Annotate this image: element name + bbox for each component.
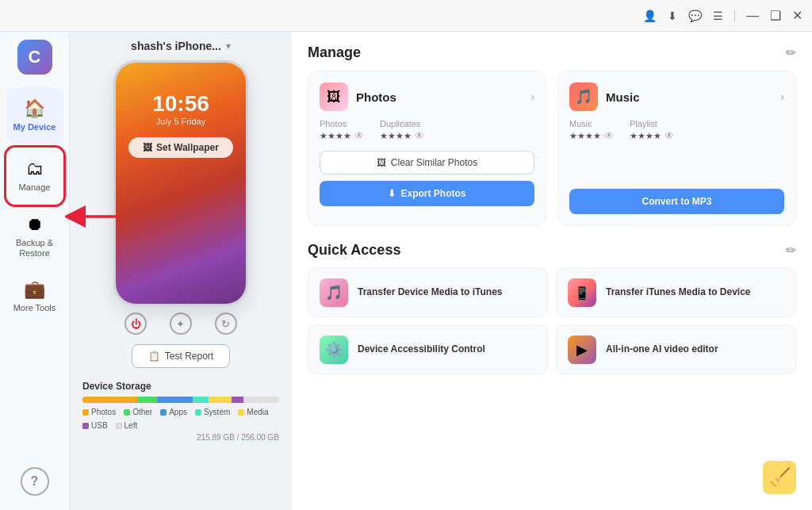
qa-item-accessibility[interactable]: ⚙️ Device Accessibility Control: [308, 325, 548, 374]
legend-label-other: Other: [132, 408, 152, 416]
phone-screen: 10:56 July 5 Friday 🖼 Set Wallpaper: [116, 63, 246, 304]
download-icon[interactable]: ⬇: [668, 10, 677, 22]
music-card-title: Music: [606, 90, 640, 104]
legend-dot-photos: [82, 409, 89, 416]
maximize-button[interactable]: ❑: [770, 10, 781, 22]
music-chevron-icon[interactable]: ›: [780, 90, 784, 103]
legend-dot-apps: [160, 409, 167, 416]
storage-system-segment: [193, 397, 209, 403]
close-button[interactable]: ✕: [792, 10, 802, 22]
legend-dot-left: [116, 423, 122, 429]
qa-icon-video-editor: ▶: [568, 336, 596, 364]
legend-label-left: Left: [124, 421, 138, 430]
set-wallpaper-label: Set Wallpaper: [156, 142, 219, 153]
music-stat-music: Music ★★★★ 👁: [569, 119, 614, 141]
qa-item-transfer-device[interactable]: 📱 Transfer iTunes Media to Device: [556, 268, 796, 317]
quick-access-edit-icon[interactable]: ✏: [786, 243, 796, 258]
sidebar-item-label-manage: Manage: [19, 182, 51, 193]
storage-bar: [82, 397, 279, 403]
photos-stat-photos: Photos ★★★★ 👁: [320, 119, 364, 141]
app-logo[interactable]: C: [17, 40, 52, 75]
more-tools-icon: 💼: [24, 279, 45, 300]
qa-item-video-editor[interactable]: ▶ All-in-one AI video editor: [556, 325, 796, 374]
storage-apps-segment: [157, 397, 193, 403]
test-report-button[interactable]: 📋 Test Report: [132, 344, 230, 368]
right-panel: Manage ✏ 🖼 Photos › Photos ★★★★: [292, 32, 812, 510]
menu-icon[interactable]: ☰: [713, 10, 723, 22]
export-label: Export Photos: [400, 188, 465, 199]
minimize-button[interactable]: —: [746, 10, 759, 22]
quick-access-grid: 🎵 Transfer Device Media to iTunes 📱 Tran…: [308, 268, 796, 374]
music-stat-label-music: Music: [569, 119, 614, 128]
photos-card-header: 🖼 Photos ›: [320, 82, 534, 111]
music-card-icon: 🎵: [569, 82, 598, 111]
export-photos-button[interactable]: ⬇ Export Photos: [320, 181, 534, 206]
music-stars: ★★★★: [569, 131, 601, 141]
eye-icon-photos[interactable]: 👁: [354, 130, 364, 141]
convert-mp3-button[interactable]: Convert to MP3: [569, 189, 784, 214]
qa-label-accessibility: Device Accessibility Control: [358, 343, 485, 356]
legend-label-system: System: [204, 408, 230, 416]
photos-stat-label-photos: Photos: [320, 119, 364, 128]
clear-similar-label: Clear Similar Photos: [391, 157, 477, 168]
music-stat-stars-music: ★★★★ 👁: [569, 130, 614, 141]
manage-title: Manage: [308, 44, 361, 61]
legend-other: Other: [124, 408, 152, 416]
photos-stats: Photos ★★★★ 👁 Duplicates ★★★★ 👁: [320, 119, 534, 141]
storage-size: 215.89 GB / 256.00 GB: [82, 433, 279, 442]
refresh-button[interactable]: ↻: [215, 313, 237, 335]
sidebar-item-label-my-device: My Device: [13, 122, 56, 132]
photos-chevron-icon[interactable]: ›: [530, 90, 534, 103]
photos-card-icon-title: 🖼 Photos: [320, 82, 396, 111]
manage-cards: 🖼 Photos › Photos ★★★★ 👁 Duplicates: [308, 71, 796, 226]
brightness-button[interactable]: ✦: [170, 313, 192, 335]
phone-date: July 5 Friday: [156, 117, 205, 126]
qa-label-transfer-itunes: Transfer Device Media to iTunes: [358, 286, 503, 299]
phone-time: 10:56: [152, 91, 209, 117]
storage-left-segment: [243, 397, 279, 403]
message-icon[interactable]: 💬: [688, 10, 702, 22]
legend-usb: USB: [82, 421, 108, 430]
quick-access-header: Quick Access ✏: [308, 242, 796, 259]
sidebar-item-label-backup: Backup &Restore: [16, 238, 53, 259]
music-stats: Music ★★★★ 👁 Playlist ★★★★ 👁: [569, 119, 784, 141]
music-stat-label-playlist: Playlist: [630, 119, 674, 128]
device-chevron-icon[interactable]: ▾: [226, 40, 231, 52]
help-button[interactable]: ?: [21, 467, 49, 496]
backup-icon: ⏺: [26, 214, 44, 235]
user-icon[interactable]: 👤: [643, 10, 657, 22]
sidebar-item-my-device[interactable]: 🏠 My Device: [6, 87, 63, 144]
eye-icon-duplicates[interactable]: 👁: [415, 130, 424, 141]
eye-icon-music[interactable]: 👁: [604, 130, 614, 141]
manage-section-header: Manage ✏: [308, 44, 796, 61]
phone-mockup: 10:56 July 5 Friday 🖼 Set Wallpaper: [113, 60, 248, 306]
set-wallpaper-button[interactable]: 🖼 Set Wallpaper: [128, 137, 233, 158]
storage-media-segment: [209, 397, 232, 403]
manage-edit-icon[interactable]: ✏: [786, 45, 796, 60]
broom-button[interactable]: 🧹: [763, 461, 796, 494]
storage-photos-segment: [82, 397, 137, 403]
quick-access-title: Quick Access: [308, 242, 400, 259]
photos-stat-duplicates: Duplicates ★★★★ 👁: [380, 119, 424, 141]
legend-label-photos: Photos: [91, 408, 116, 416]
sidebar-item-more-tools[interactable]: 💼 More Tools: [6, 268, 63, 325]
titlebar-separator: [734, 10, 735, 22]
legend-dot-media: [238, 409, 244, 416]
photos-stat-label-duplicates: Duplicates: [380, 119, 424, 128]
sidebar: C 🏠 My Device 🗂 Manage ⏺ Backup &Restore…: [0, 32, 70, 510]
titlebar: 👤 ⬇ 💬 ☰ — ❑ ✕: [0, 0, 812, 32]
legend-left: Left: [116, 421, 138, 430]
music-stat-playlist: Playlist ★★★★ 👁: [630, 119, 674, 141]
legend-dot-other: [124, 409, 130, 416]
music-card-header: 🎵 Music ›: [569, 82, 784, 111]
sidebar-item-manage[interactable]: 🗂 Manage: [6, 148, 63, 205]
clear-similar-icon: 🖼: [377, 157, 386, 168]
sidebar-item-backup-restore[interactable]: ⏺ Backup &Restore: [6, 208, 63, 265]
power-button[interactable]: ⏻: [124, 313, 147, 335]
qa-label-transfer-device: Transfer iTunes Media to Device: [606, 286, 751, 299]
photos-card-icon: 🖼: [320, 82, 348, 111]
qa-label-video-editor: All-in-one AI video editor: [606, 343, 718, 356]
qa-item-transfer-itunes[interactable]: 🎵 Transfer Device Media to iTunes: [308, 268, 548, 317]
eye-icon-playlist[interactable]: 👁: [665, 130, 674, 141]
clear-similar-button[interactable]: 🖼 Clear Similar Photos: [320, 151, 534, 174]
